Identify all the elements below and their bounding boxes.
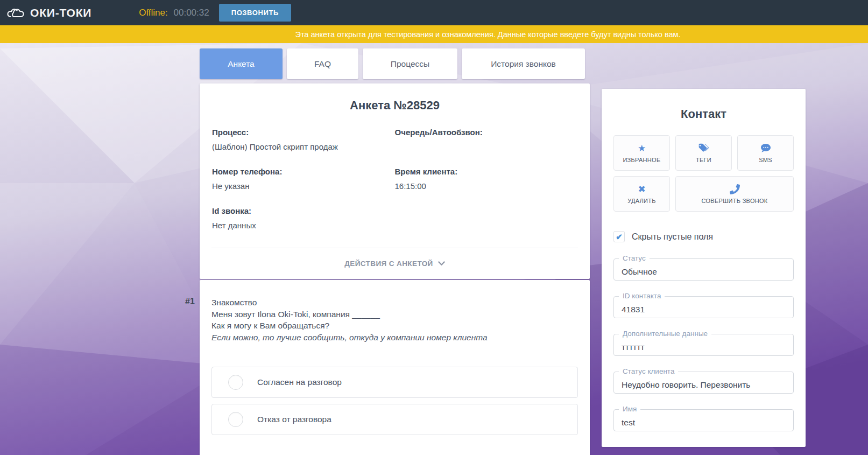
topbar: ОКИ-ТОКИ Offline: 00:00:32 ПОЗВОНИТЬ [0,0,868,25]
hide-empty-label: Скрыть пустые поля [632,232,713,242]
script-card: Знакомство Меня зовут Ilona Oki-Toki, ко… [200,280,590,455]
name-field: Имя [613,409,794,431]
offline-label: Offline: [139,8,168,18]
tab-faq[interactable]: FAQ [287,48,358,79]
field-process: Процесс: (Шаблон) Простой скрипт продаж [212,128,395,152]
logo-text: ОКИ-ТОКИ [30,6,91,19]
script-step-number: #1 [185,297,195,306]
tab-survey[interactable]: Анкета [200,48,283,79]
tags-button[interactable]: ТЕГИ [675,135,732,171]
survey-title: Анкета №28529 [211,99,578,113]
script-text-line: Знакомство [211,297,578,309]
radio-button[interactable] [228,375,243,390]
tab-bar: Анкета FAQ Процессы История звонков [200,48,585,79]
script-text-line: Меня зовут Ilona Oki-Toki, компания ____… [211,309,578,320]
chevron-down-icon [438,261,445,266]
x-icon: ✖ [638,184,645,194]
checkmark-icon: ✔ [616,232,623,242]
cloud-logo-icon [6,6,25,19]
field-client-time: Время клиента: 16:15:00 [395,167,578,191]
field-call-id: Id звонка: Нет данных [212,206,395,230]
banner-text: Эта анкета открыта для тестирования и оз… [295,30,680,39]
call-timer: 00:00:32 [174,8,209,18]
hide-empty-fields-row: ✔ Скрыть пустые поля [613,231,794,242]
favorite-button[interactable]: ★ ИЗБРАННОЕ [613,135,670,171]
app-logo: ОКИ-ТОКИ [6,6,91,19]
contact-fields: Статус ID контакта Дополнительные данные… [613,258,794,431]
status-field: Статус [613,258,794,281]
field-phone-number: Номер телефона: Не указан [212,167,395,191]
answer-option-agree[interactable]: Согласен на разговор [211,367,578,398]
sms-icon [760,143,771,153]
script-hint-line: Если можно, то лучше сообщить, откуда у … [211,332,578,344]
answer-option-refuse[interactable]: Отказ от разговора [211,404,578,435]
script-text-line: Как я могу к Вам обращаться? [211,320,578,332]
sms-button[interactable]: SMS [737,135,794,171]
star-icon: ★ [638,143,646,153]
connection-status: Offline: 00:00:32 [139,8,209,18]
test-mode-banner: Эта анкета открыта для тестирования и оз… [0,25,868,43]
survey-actions-toggle[interactable]: ДЕЙСТВИЯ С АНКЕТОЙ [211,248,578,279]
contact-panel: Контакт ★ ИЗБРАННОЕ ТЕГИ [602,89,806,447]
delete-contact-button[interactable]: ✖ УДАЛИТЬ [613,176,670,212]
field-queue: Очередь/Автообзвон: [395,128,578,152]
name-input[interactable] [614,410,793,431]
client-status-field: Статус клиента [613,372,794,394]
tab-call-history[interactable]: История звонков [462,48,585,79]
survey-card: Анкета №28529 Процесс: (Шаблон) Простой … [200,83,590,279]
tab-processes[interactable]: Процессы [363,48,457,79]
survey-field-grid: Процесс: (Шаблон) Простой скрипт продаж … [211,128,578,230]
extra-data-field: Дополнительные данные [613,334,794,356]
hide-empty-checkbox[interactable]: ✔ [613,231,625,242]
contact-title: Контакт [613,107,794,121]
make-call-button[interactable]: СОВЕРШИТЬ ЗВОНОК [675,176,794,212]
phone-icon [730,184,740,194]
answer-options: Согласен на разговор Отказ от разговора [211,367,578,435]
tag-icon [698,143,709,153]
radio-button[interactable] [228,412,243,427]
call-button[interactable]: ПОЗВОНИТЬ [219,4,291,22]
contact-id-field: ID контакта [613,296,794,318]
